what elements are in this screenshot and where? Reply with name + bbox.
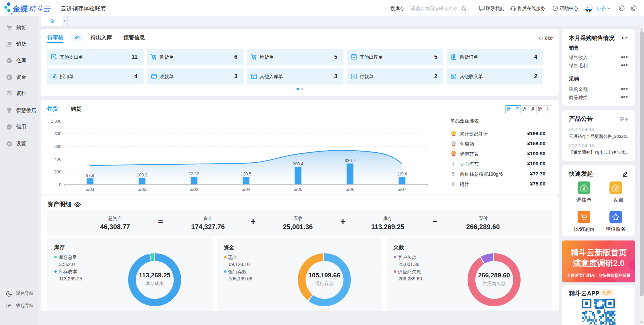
- svg-text:119.6: 119.6: [397, 172, 407, 176]
- svg-text:600: 600: [54, 144, 61, 149]
- svg-text:1,000: 1,000: [51, 119, 61, 124]
- svg-text:5/01: 5/01: [86, 187, 94, 192]
- svg-text:103.2: 103.2: [137, 173, 147, 177]
- svg-text:97.8: 97.8: [86, 173, 94, 178]
- svg-text:5/03: 5/03: [190, 187, 198, 192]
- svg-text:120.5: 120.5: [241, 172, 251, 176]
- svg-text:5/05: 5/05: [293, 187, 302, 192]
- svg-text:5/04: 5/04: [241, 187, 251, 192]
- svg-text:280.4: 280.4: [293, 162, 303, 166]
- svg-text:5/07: 5/07: [397, 187, 406, 192]
- svg-text:0: 0: [59, 182, 61, 187]
- svg-text:200: 200: [54, 170, 61, 174]
- svg-text:3: 3: [453, 152, 454, 155]
- svg-text:5/06: 5/06: [345, 187, 354, 192]
- svg-text:1: 1: [453, 132, 454, 135]
- svg-text:122.2: 122.2: [189, 171, 199, 176]
- svg-text:400: 400: [54, 157, 61, 162]
- svg-text:800: 800: [54, 131, 61, 136]
- svg-text:330.7: 330.7: [345, 158, 355, 163]
- svg-text:2: 2: [453, 142, 454, 145]
- svg-text:5/02: 5/02: [138, 187, 146, 192]
